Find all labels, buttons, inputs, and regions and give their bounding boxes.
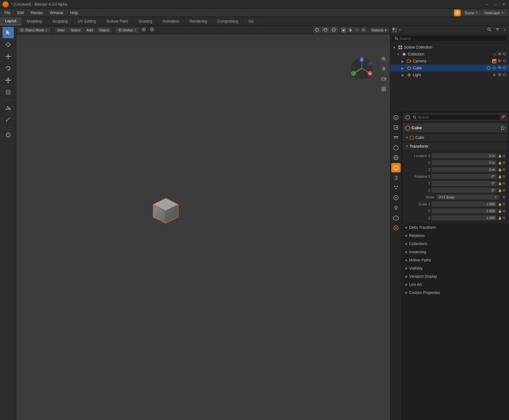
move-tool-btn[interactable]: [3, 51, 14, 62]
cube-visible-icon[interactable]: [498, 66, 501, 70]
close-button[interactable]: ✕: [501, 2, 506, 7]
tab-geometry-nodes[interactable]: Ge: [243, 17, 259, 25]
viewport-display-section[interactable]: ▶ Viewport Display: [403, 272, 508, 281]
scale-x-lock[interactable]: 🔒: [498, 202, 502, 206]
delta-transform-section[interactable]: ▶ Delta Transform: [403, 223, 508, 232]
outliner-search-input[interactable]: Search: [392, 36, 507, 41]
camera-view-btn[interactable]: [379, 75, 388, 83]
rot-x-lock[interactable]: 🔒: [498, 175, 502, 178]
location-x-input[interactable]: 0 m: [432, 153, 497, 158]
solid-shading-btn[interactable]: ●: [341, 28, 346, 33]
prop-tab-particles[interactable]: [391, 183, 401, 192]
outliner-search-icon[interactable]: [486, 27, 493, 33]
snap-icon[interactable]: [140, 27, 147, 33]
outliner-filter-icon[interactable]: [494, 27, 501, 33]
rotation-x-input[interactable]: 0°: [432, 174, 497, 179]
prop-tab-physics[interactable]: [391, 193, 401, 202]
scale-tool-btn[interactable]: [3, 75, 14, 86]
material-preview-btn[interactable]: ◑: [347, 27, 353, 33]
view-menu[interactable]: View: [55, 28, 67, 33]
scale-y-lock[interactable]: 🔒: [498, 209, 502, 213]
collection-checkbox[interactable]: ☑: [493, 52, 496, 56]
zoom-in-btn[interactable]: [379, 55, 388, 63]
rot-z-lock[interactable]: 🔒: [498, 189, 502, 192]
menu-file[interactable]: File: [1, 10, 13, 16]
camera-visible-icon[interactable]: [498, 59, 501, 63]
menu-help[interactable]: Help: [67, 10, 81, 16]
collection-visible-icon[interactable]: [498, 52, 501, 56]
rotation-y-input[interactable]: 0°: [432, 181, 497, 186]
prop-tab-scene[interactable]: [391, 143, 401, 152]
rot-y-lock[interactable]: 🔒: [498, 182, 502, 185]
rotation-z-input[interactable]: 0°: [432, 188, 497, 193]
prop-tab-modifiers[interactable]: [391, 173, 401, 182]
outliner-cube[interactable]: ▶ Cube: [390, 65, 509, 71]
tab-layout[interactable]: Layout: [0, 17, 22, 25]
visibility-section[interactable]: ▶ Visibility: [403, 264, 508, 272]
motion-paths-section[interactable]: ▶ Motion Paths: [403, 256, 508, 264]
cube-render-icon[interactable]: [503, 66, 506, 70]
options-btn[interactable]: Options ▼: [370, 28, 389, 33]
scene-selector[interactable]: Scene ▼: [462, 10, 480, 15]
menu-render[interactable]: Render: [28, 10, 46, 16]
scale-y-key[interactable]: [503, 210, 505, 212]
rendered-preview-btn[interactable]: ○: [354, 28, 360, 33]
view-layer-selector[interactable]: ViewLayer ▼: [482, 10, 506, 15]
add-cube-tool-btn[interactable]: [3, 129, 14, 140]
rot-x-key[interactable]: [503, 175, 505, 178]
prop-tab-object[interactable]: [391, 163, 401, 172]
collections-section[interactable]: ▶ Collections: [403, 240, 508, 248]
prop-tab-object-data[interactable]: [391, 213, 401, 223]
mode-key[interactable]: [503, 196, 505, 198]
minimize-button[interactable]: ─: [485, 2, 490, 7]
instancing-section[interactable]: ▶ Instancing: [403, 248, 508, 256]
scale-x-input[interactable]: 1.000: [432, 202, 497, 207]
outliner-light[interactable]: ▶ Light: [390, 71, 509, 78]
loc-z-key[interactable]: [503, 168, 505, 171]
transform-tool-btn[interactable]: [3, 87, 14, 98]
add-menu[interactable]: Add: [84, 28, 96, 33]
scale-z-lock[interactable]: 🔒: [498, 216, 502, 220]
scale-y-input[interactable]: 1.000: [432, 208, 497, 213]
scale-x-key[interactable]: [503, 203, 505, 205]
object-pin-icon[interactable]: [500, 125, 505, 130]
tab-sculpting[interactable]: Sculpting: [47, 17, 73, 25]
loc-y-key[interactable]: [503, 161, 505, 164]
loc-y-lock[interactable]: 🔒: [498, 161, 502, 165]
outliner-collection[interactable]: ▼ Collection ☑: [390, 51, 509, 58]
rotate-tool-btn[interactable]: [3, 63, 14, 74]
custom-properties-section[interactable]: ▶ Custom Properties: [403, 289, 508, 297]
scale-z-input[interactable]: 1.000: [432, 215, 497, 220]
cursor-tool-btn[interactable]: [3, 39, 14, 50]
select-tool-btn[interactable]: [3, 27, 14, 38]
grid-view-btn[interactable]: [379, 85, 388, 93]
3d-viewport[interactable]: Z X Y: [16, 34, 390, 420]
properties-search-input[interactable]: Search: [411, 115, 500, 120]
loc-z-lock[interactable]: 🔒: [498, 168, 502, 171]
tab-modeling[interactable]: Modeling: [22, 17, 47, 25]
light-visible-icon[interactable]: [498, 73, 501, 77]
object-menu[interactable]: Object: [96, 28, 112, 33]
tab-rendering[interactable]: Rendering: [184, 17, 212, 25]
relations-section[interactable]: ▶ Relations: [403, 232, 508, 240]
rot-y-key[interactable]: [503, 182, 505, 185]
editor-type-selector[interactable]: ▼: [392, 28, 401, 33]
collection-render-icon[interactable]: [503, 52, 506, 56]
tab-animation[interactable]: Animation: [158, 17, 184, 25]
location-y-input[interactable]: 0 m: [432, 160, 497, 165]
loc-x-lock[interactable]: 🔒: [498, 154, 502, 158]
outliner-add-icon[interactable]: +: [502, 27, 507, 33]
outliner-scene-collection[interactable]: ▼ Scene Collection: [390, 44, 509, 51]
maximize-button[interactable]: □: [493, 2, 498, 7]
mode-selector[interactable]: Object Mode ▼: [18, 28, 50, 33]
xray-btn[interactable]: [330, 27, 338, 33]
prop-tab-world[interactable]: [391, 153, 401, 162]
prop-tab-material[interactable]: [391, 223, 401, 233]
rot-z-key[interactable]: [503, 189, 505, 192]
3d-scene[interactable]: Z X Y: [16, 43, 390, 420]
measure-tool-btn[interactable]: [3, 114, 14, 125]
tab-shading[interactable]: Shading: [133, 17, 158, 25]
camera-render-icon[interactable]: [503, 59, 506, 63]
prop-tab-output[interactable]: [391, 123, 401, 132]
prop-tab-constraints[interactable]: [391, 203, 401, 213]
